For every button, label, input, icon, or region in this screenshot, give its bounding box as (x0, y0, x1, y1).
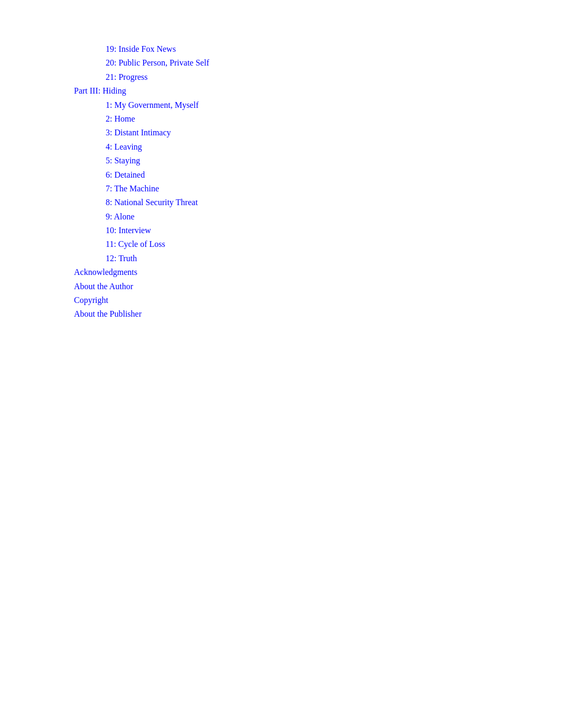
toc-item-p3ch11[interactable]: 11: Cycle of Loss (74, 237, 487, 251)
table-of-contents: 19: Inside Fox News 20: Public Person, P… (74, 42, 487, 321)
toc-item-p3ch1[interactable]: 1: My Government, Myself (74, 98, 487, 112)
toc-item-part3[interactable]: Part III: Hiding (74, 84, 487, 98)
toc-item-ch19[interactable]: 19: Inside Fox News (74, 42, 487, 56)
toc-item-about-publisher[interactable]: About the Publisher (74, 307, 487, 321)
toc-item-p3ch4[interactable]: 4: Leaving (74, 140, 487, 154)
toc-item-p3ch5[interactable]: 5: Staying (74, 154, 487, 168)
toc-item-p3ch8[interactable]: 8: National Security Threat (74, 196, 487, 209)
toc-item-acknowledgments[interactable]: Acknowledgments (74, 265, 487, 279)
toc-item-p3ch7[interactable]: 7: The Machine (74, 182, 487, 196)
toc-item-p3ch12[interactable]: 12: Truth (74, 252, 487, 265)
toc-item-p3ch3[interactable]: 3: Distant Intimacy (74, 126, 487, 140)
toc-item-p3ch10[interactable]: 10: Interview (74, 224, 487, 237)
toc-item-ch21[interactable]: 21: Progress (74, 70, 487, 84)
toc-item-p3ch2[interactable]: 2: Home (74, 112, 487, 126)
page-content: 19: Inside Fox News 20: Public Person, P… (0, 0, 561, 364)
toc-item-p3ch6[interactable]: 6: Detained (74, 168, 487, 182)
toc-item-copyright[interactable]: Copyright (74, 293, 487, 307)
toc-item-ch20[interactable]: 20: Public Person, Private Self (74, 56, 487, 70)
toc-item-p3ch9[interactable]: 9: Alone (74, 210, 487, 224)
toc-item-about-author[interactable]: About the Author (74, 280, 487, 293)
